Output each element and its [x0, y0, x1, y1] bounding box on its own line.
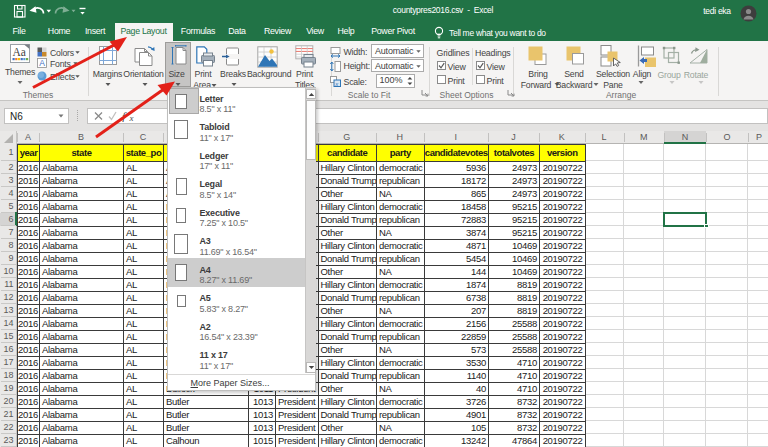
svg-text:A: A — [39, 58, 45, 68]
svg-text:f: f — [122, 110, 127, 122]
svg-text:x: x — [129, 113, 134, 123]
svg-text:Aa: Aa — [12, 46, 25, 58]
